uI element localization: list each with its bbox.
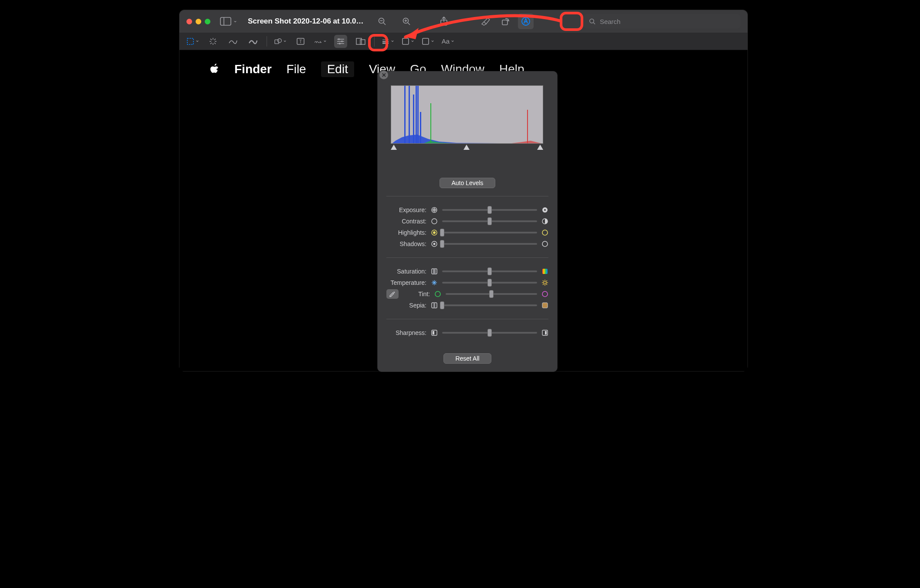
svg-line-14 [593, 23, 595, 24]
svg-rect-49 [527, 110, 528, 144]
border-color-button[interactable] [402, 35, 415, 48]
fill-color-button[interactable] [422, 35, 435, 48]
zoom-out-button[interactable] [374, 14, 390, 29]
sharpness-slider[interactable] [442, 329, 537, 336]
titlebar: ⌄ Screen Shot 2020-12-06 at 10.0… [179, 10, 748, 33]
levels-black-point-handle[interactable] [391, 145, 397, 150]
adjust-color-button[interactable] [334, 35, 347, 48]
markup-toolbar: T [179, 33, 748, 50]
highlights-high-icon [541, 229, 548, 236]
exposure-slider[interactable] [442, 206, 537, 213]
svg-rect-86 [433, 331, 434, 335]
rotate-button[interactable] [498, 14, 514, 29]
svg-line-22 [214, 39, 216, 40]
tint-label: Tint: [404, 291, 430, 297]
temperature-label: Temperature: [386, 279, 426, 286]
svg-point-59 [433, 231, 436, 234]
adjust-color-popover: ✕ [377, 71, 558, 372]
svg-line-76 [543, 280, 544, 281]
levels-mid-point-handle[interactable] [463, 145, 470, 150]
saturation-high-icon [541, 268, 548, 275]
fill-color-icon [422, 37, 430, 45]
selection-tool-button[interactable] [186, 35, 200, 48]
auto-levels-button[interactable]: Auto Levels [440, 178, 495, 188]
svg-marker-52 [537, 145, 543, 150]
line-weight-button[interactable] [382, 35, 395, 48]
svg-line-79 [543, 284, 544, 285]
svg-rect-15 [187, 38, 193, 44]
shadows-label: Shadows: [386, 240, 426, 247]
minimize-window-button[interactable] [196, 19, 201, 24]
tint-eyedropper-button[interactable] [386, 289, 399, 299]
popover-close-button[interactable]: ✕ [379, 71, 388, 79]
sepia-row: Sepia: [378, 300, 557, 311]
zoom-in-button[interactable] [399, 14, 414, 29]
shadows-high-icon [541, 240, 548, 247]
histogram [391, 85, 543, 144]
tint-slider[interactable] [446, 291, 537, 297]
search-icon [589, 18, 595, 25]
svg-rect-84 [542, 303, 548, 308]
saturation-low-icon [431, 268, 438, 275]
contrast-label: Contrast: [386, 218, 426, 225]
svg-line-20 [210, 39, 212, 40]
svg-line-21 [214, 43, 216, 44]
sketch-button[interactable] [227, 35, 240, 48]
svg-point-55 [544, 209, 546, 211]
temperature-warm-icon [541, 279, 548, 286]
shapes-button[interactable] [274, 35, 287, 48]
sign-button[interactable] [314, 35, 327, 48]
saturation-slider[interactable] [442, 268, 537, 275]
svg-rect-42 [404, 86, 406, 144]
temperature-row: Temperature: [378, 277, 557, 288]
draw-icon [248, 38, 258, 45]
svg-marker-50 [391, 145, 397, 150]
reset-all-button[interactable]: Reset All [443, 353, 491, 364]
draw-button[interactable] [247, 35, 260, 48]
sharpness-high-icon [541, 329, 548, 336]
sidebar-toggle-button[interactable]: ⌄ [220, 17, 237, 26]
svg-point-25 [277, 38, 281, 42]
tint-row: Tint: [378, 288, 557, 300]
temperature-cool-icon [431, 279, 438, 286]
highlight-button[interactable] [478, 14, 494, 29]
highlights-low-icon [431, 229, 438, 236]
levels-white-point-handle[interactable] [537, 145, 543, 150]
exposure-row: Exposure: [378, 204, 557, 216]
svg-rect-0 [220, 17, 231, 25]
search-field[interactable] [584, 14, 741, 29]
share-button[interactable] [436, 14, 452, 29]
shadows-row: Shadows: [378, 238, 557, 250]
text-style-button[interactable]: Aa [442, 35, 455, 48]
shadows-slider[interactable] [442, 240, 537, 247]
text-button[interactable]: T [294, 35, 307, 48]
fullscreen-window-button[interactable] [205, 19, 210, 24]
highlights-slider[interactable] [442, 229, 537, 236]
selection-rect-icon [186, 37, 194, 45]
sepia-slider[interactable] [442, 302, 537, 309]
markup-button[interactable] [518, 14, 534, 29]
svg-point-13 [590, 19, 594, 23]
zoom-out-icon [378, 17, 386, 26]
temperature-slider[interactable] [442, 279, 537, 286]
highlighter-icon [480, 17, 491, 26]
rotate-icon [501, 17, 511, 26]
instant-alpha-button[interactable] [206, 35, 220, 48]
chevron-down-icon: ⌄ [233, 17, 237, 24]
svg-rect-36 [360, 40, 365, 44]
svg-point-63 [542, 241, 548, 247]
sharpness-low-icon [431, 329, 438, 336]
search-input[interactable] [599, 17, 735, 26]
document-title: Screen Shot 2020-12-06 at 10.0… [248, 17, 364, 26]
svg-rect-41 [423, 38, 429, 44]
contrast-high-icon [541, 218, 548, 225]
svg-line-3 [383, 23, 386, 25]
border-color-icon [402, 37, 409, 45]
contrast-slider[interactable] [442, 218, 537, 225]
svg-point-71 [544, 281, 546, 284]
svg-marker-51 [463, 145, 470, 150]
menubar-item-edit: Edit [321, 61, 354, 77]
close-window-button[interactable] [186, 19, 192, 24]
adjust-size-button[interactable] [354, 35, 367, 48]
sharpness-label: Sharpness: [386, 329, 426, 336]
